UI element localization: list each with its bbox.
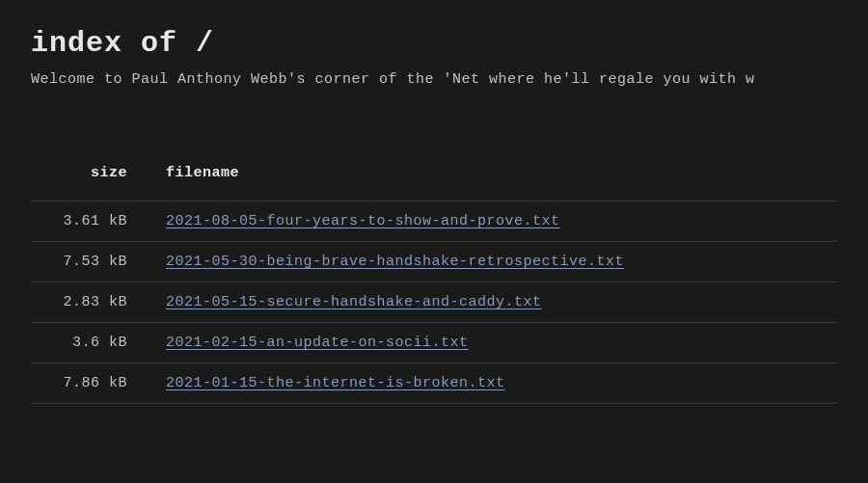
page-title: index of / (31, 27, 837, 60)
file-name-cell: 2021-01-15-the-internet-is-broken.txt (166, 363, 837, 404)
file-size: 3.61 kB (31, 201, 166, 242)
file-name-cell: 2021-05-30-being-brave-handshake-retrosp… (166, 242, 837, 282)
welcome-text: Welcome to Paul Anthony Webb's corner of… (31, 71, 837, 88)
table-row: 7.53 kB 2021-05-30-being-brave-handshake… (31, 242, 837, 282)
file-size: 3.6 kB (31, 323, 166, 363)
file-link[interactable]: 2021-05-30-being-brave-handshake-retrosp… (166, 254, 624, 270)
table-row: 7.86 kB 2021-01-15-the-internet-is-broke… (31, 363, 837, 404)
table-row: 3.61 kB 2021-08-05-four-years-to-show-an… (31, 201, 837, 242)
file-link[interactable]: 2021-08-05-four-years-to-show-and-prove.… (166, 213, 560, 229)
file-name-cell: 2021-08-05-four-years-to-show-and-prove.… (166, 201, 837, 242)
directory-listing: index of / Welcome to Paul Anthony Webb'… (0, 0, 868, 431)
file-name-cell: 2021-02-15-an-update-on-socii.txt (166, 323, 837, 363)
file-link[interactable]: 2021-01-15-the-internet-is-broken.txt (166, 375, 505, 391)
file-link[interactable]: 2021-05-15-secure-handshake-and-caddy.tx… (166, 294, 542, 310)
column-header-size: size (31, 157, 166, 201)
file-table: size filename 3.61 kB 2021-08-05-four-ye… (31, 157, 837, 404)
file-name-cell: 2021-05-15-secure-handshake-and-caddy.tx… (166, 282, 837, 323)
file-size: 7.86 kB (31, 363, 166, 404)
column-header-filename: filename (166, 157, 837, 201)
file-link[interactable]: 2021-02-15-an-update-on-socii.txt (166, 335, 469, 351)
table-row: 3.6 kB 2021-02-15-an-update-on-socii.txt (31, 323, 837, 363)
table-row: 2.83 kB 2021-05-15-secure-handshake-and-… (31, 282, 837, 323)
file-size: 2.83 kB (31, 282, 166, 323)
file-size: 7.53 kB (31, 242, 166, 282)
